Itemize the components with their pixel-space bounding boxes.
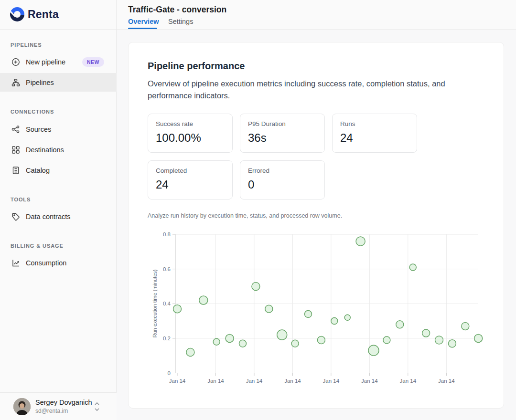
run-history-chart[interactable]: 00.20.40.60.8Jan 14Jan 14Jan 14Jan 14Jan…	[151, 226, 484, 388]
svg-text:0: 0	[168, 370, 171, 376]
data-point[interactable]	[422, 329, 430, 337]
data-point[interactable]	[291, 340, 299, 347]
panel-title: Pipeline performance	[148, 61, 484, 72]
sidebar-item-sources[interactable]: Sources	[0, 121, 117, 138]
chevron-updown-icon	[94, 400, 100, 413]
metric-card-success-rate: Success rate 100.00%	[148, 114, 233, 153]
renta-logo[interactable]: Renta	[10, 7, 59, 21]
svg-text:Jan 14: Jan 14	[169, 378, 186, 384]
user-email: sd@renta.im	[35, 408, 68, 414]
data-point[interactable]	[383, 336, 390, 344]
section-title-billing: BILLING & USAGE	[11, 243, 64, 249]
brand-name: Renta	[28, 8, 59, 21]
metric-label: P95 Duration	[248, 120, 317, 127]
active-tab-underline	[128, 28, 157, 29]
chart-line-icon	[11, 259, 20, 267]
sidebar-item-label: Consumption	[26, 259, 66, 267]
data-point[interactable]	[409, 264, 416, 271]
data-point[interactable]	[277, 330, 287, 340]
svg-text:0.8: 0.8	[163, 231, 171, 237]
metric-card-errored: Errored 0	[240, 160, 325, 200]
svg-text:Jan 14: Jan 14	[400, 378, 417, 384]
avatar	[13, 398, 31, 415]
data-point[interactable]	[356, 237, 365, 246]
sidebar-item-label: Catalog	[26, 167, 50, 174]
svg-text:Jan 14: Jan 14	[284, 378, 301, 384]
panel-description: Overview of pipeline execution metrics i…	[148, 78, 484, 102]
user-menu[interactable]: Sergey Dovganich sd@renta.im	[0, 392, 117, 420]
sidebar-item-label: Sources	[26, 126, 51, 133]
plus-circle-icon	[11, 58, 20, 66]
data-point[interactable]	[317, 336, 325, 344]
hierarchy-icon	[11, 78, 20, 87]
grid-icon	[11, 146, 20, 154]
sidebar-item-pipelines[interactable]: Pipelines	[0, 73, 117, 92]
tab-settings[interactable]: Settings	[168, 18, 193, 25]
sidebar-item-label: Pipelines	[26, 79, 54, 86]
data-point[interactable]	[186, 348, 194, 356]
section-title-pipelines: PIPELINES	[11, 42, 42, 48]
metric-card-runs: Runs 24	[332, 114, 417, 153]
sidebar-item-new-pipeline[interactable]: New pipeline NEW	[0, 53, 117, 71]
metric-card-p95-duration: P95 Duration 36s	[240, 114, 325, 153]
svg-text:0.4: 0.4	[163, 301, 171, 306]
tab-overview[interactable]: Overview	[128, 18, 159, 25]
svg-text:Run execution time (minutes): Run execution time (minutes)	[152, 269, 158, 337]
svg-text:0.6: 0.6	[163, 266, 171, 272]
tag-icon	[11, 212, 20, 221]
data-point[interactable]	[226, 334, 234, 342]
data-point[interactable]	[239, 340, 247, 347]
sidebar: Renta PIPELINES New pipeline NEW Pipelin…	[0, 0, 117, 420]
data-point[interactable]	[344, 315, 350, 320]
metric-value: 24	[156, 178, 225, 191]
metric-value: 100.00%	[156, 131, 225, 145]
section-title-connections: CONNECTIONS	[11, 109, 54, 115]
data-point[interactable]	[265, 305, 273, 313]
svg-text:Jan 14: Jan 14	[323, 378, 340, 384]
metric-card-completed: Completed 24	[148, 160, 233, 200]
share-network-icon	[11, 125, 20, 134]
main-content: Pipeline performance Overview of pipelin…	[117, 30, 516, 420]
chart-caption: Analyze run history by execution time, s…	[148, 212, 484, 219]
sidebar-item-data-contracts[interactable]: Data contracts	[0, 208, 117, 225]
svg-text:Jan 14: Jan 14	[438, 378, 455, 384]
user-name: Sergey Dovganich	[35, 399, 92, 406]
notebook-icon	[11, 166, 20, 175]
svg-text:Jan 14: Jan 14	[207, 378, 224, 384]
metric-value: 24	[340, 131, 409, 145]
sidebar-item-consumption[interactable]: Consumption	[0, 254, 117, 272]
page-title: Traffic-Gate - conversion	[128, 5, 226, 15]
sidebar-item-label: Destinations	[26, 146, 64, 154]
renta-logo-icon	[10, 7, 24, 21]
metric-cards: Success rate 100.00% P95 Duration 36s Ru…	[148, 114, 418, 200]
data-point[interactable]	[368, 345, 379, 356]
svg-text:0.2: 0.2	[163, 336, 171, 341]
sidebar-item-label: Data contracts	[26, 213, 71, 220]
page-header: Traffic-Gate - conversion Overview Setti…	[117, 0, 516, 30]
svg-text:Jan 14: Jan 14	[361, 378, 378, 384]
data-point[interactable]	[199, 296, 208, 304]
data-point[interactable]	[305, 311, 312, 318]
data-point[interactable]	[331, 318, 338, 325]
metric-label: Success rate	[156, 120, 225, 127]
data-point[interactable]	[396, 321, 404, 328]
svg-text:Jan 14: Jan 14	[246, 378, 263, 384]
logo-area: Renta	[0, 0, 116, 30]
metric-value: 0	[248, 178, 317, 191]
metric-label: Runs	[340, 120, 409, 127]
sidebar-item-catalog[interactable]: Catalog	[0, 162, 117, 179]
section-title-tools: TOOLS	[11, 197, 31, 202]
metric-label: Errored	[248, 167, 317, 174]
sidebar-item-label: New pipeline	[26, 58, 65, 66]
metric-label: Completed	[156, 167, 225, 174]
new-badge: NEW	[82, 57, 104, 67]
data-point[interactable]	[435, 336, 443, 344]
data-point[interactable]	[252, 282, 260, 290]
data-point[interactable]	[462, 322, 469, 330]
data-point[interactable]	[474, 334, 483, 342]
data-point[interactable]	[213, 338, 220, 345]
data-point[interactable]	[448, 340, 456, 347]
sidebar-item-destinations[interactable]: Destinations	[0, 141, 117, 158]
metric-value: 36s	[248, 131, 317, 145]
data-point[interactable]	[173, 305, 182, 313]
